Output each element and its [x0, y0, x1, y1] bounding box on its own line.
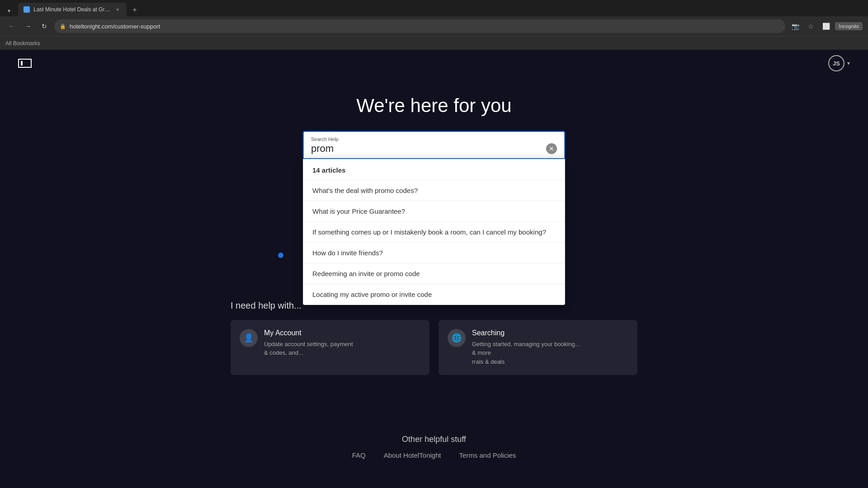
searching-card-content: Searching Getting started, managing your…: [472, 329, 580, 366]
new-tab-button[interactable]: +: [128, 4, 141, 16]
footer-links: FAQ About HotelTonight Terms and Policie…: [352, 451, 516, 461]
result-item-1[interactable]: What's the deal with promo codes?: [303, 180, 565, 201]
result-title-2: What is your Price Guarantee?: [312, 207, 405, 215]
search-results-dropdown: 14 articles What's the deal with promo c…: [303, 159, 565, 305]
camera-off-icon[interactable]: 📷: [789, 20, 802, 33]
footer-link-faq[interactable]: FAQ: [352, 451, 366, 461]
search-label: Search Help: [311, 136, 557, 142]
results-header: 14 articles: [303, 159, 565, 180]
search-input[interactable]: [311, 143, 546, 155]
hoteltonight-logo-icon: [18, 59, 32, 68]
result-title-1: What's the deal with promo codes?: [312, 187, 418, 194]
result-item-2[interactable]: What is your Price Guarantee?: [303, 201, 565, 222]
page-content: JS ▾ We're here for you Search Help ✕ 14…: [0, 50, 868, 488]
url-text: hoteltonight.com/customer-support: [70, 23, 160, 30]
bookmarks-bar: All Bookmarks: [0, 36, 868, 50]
searching-card-icon: 🌐: [448, 329, 466, 347]
searching-card-title: Searching: [472, 329, 580, 337]
browser-tab-bar: ▾ Last Minute Hotel Deals at Gre... ✕ +: [0, 0, 868, 16]
user-avatar-area[interactable]: JS ▾: [828, 55, 850, 71]
browser-nav-bar: ← → ↻ 🔒 hoteltonight.com/customer-suppor…: [0, 16, 868, 36]
reload-button[interactable]: ↻: [38, 20, 51, 33]
help-cards: 👤 My Account Update account settings, pa…: [231, 320, 637, 375]
search-box: Search Help ✕: [303, 131, 565, 159]
help-card-searching[interactable]: 🌐 Searching Getting started, managing yo…: [439, 320, 637, 375]
account-card-content: My Account Update account settings, paym…: [264, 329, 353, 366]
results-list[interactable]: What's the deal with promo codes? What i…: [303, 180, 565, 305]
account-card-icon: 👤: [240, 329, 258, 347]
incognito-badge[interactable]: Incognito: [835, 22, 863, 30]
helpful-footer: Other helpful stuff FAQ About HotelTonig…: [352, 435, 516, 461]
help-card-account[interactable]: 👤 My Account Update account settings, pa…: [231, 320, 429, 375]
helpful-footer-title: Other helpful stuff: [352, 435, 516, 444]
searching-card-desc: Getting started, managing your booking..…: [472, 340, 580, 366]
site-header: JS ▾: [0, 50, 868, 77]
browser-chrome: ▾ Last Minute Hotel Deals at Gre... ✕ + …: [0, 0, 868, 50]
back-button[interactable]: ←: [5, 20, 18, 33]
result-title-5: Redeeming an invite or promo code: [312, 270, 420, 277]
tab-close-button[interactable]: ✕: [114, 6, 121, 13]
result-item-3[interactable]: If something comes up or I mistakenly bo…: [303, 222, 565, 243]
active-browser-tab[interactable]: Last Minute Hotel Deals at Gre... ✕: [18, 3, 127, 16]
lock-icon: 🔒: [60, 23, 66, 29]
account-card-desc: Update account settings, payment& codes,…: [264, 340, 353, 357]
avatar[interactable]: JS: [828, 55, 844, 71]
tab-list-button[interactable]: ▾: [4, 5, 14, 16]
search-clear-button[interactable]: ✕: [546, 143, 557, 154]
search-container: Search Help ✕ 14 articles What's the dea…: [303, 131, 565, 305]
tab-favicon: [24, 6, 30, 13]
result-title-6: Locating my active promo or invite code: [312, 291, 432, 298]
result-title-4: How do I invite friends?: [312, 249, 383, 257]
footer-link-terms[interactable]: Terms and Policies: [459, 451, 516, 461]
site-logo: [18, 59, 32, 68]
result-item-5[interactable]: Redeeming an invite or promo code: [303, 263, 565, 284]
forward-button[interactable]: →: [22, 20, 34, 33]
page-title: We're here for you: [356, 95, 511, 117]
browser-actions: 📷 ☆ ⬜ Incognito: [789, 20, 863, 33]
chevron-down-icon: ▾: [847, 60, 850, 66]
results-count: 14 articles: [312, 166, 345, 174]
help-section: I need help with... 👤 My Account Update …: [231, 300, 637, 375]
account-card-title: My Account: [264, 329, 353, 337]
result-item-6[interactable]: Locating my active promo or invite code: [303, 284, 565, 305]
footer-link-about[interactable]: About HotelTonight: [384, 451, 441, 461]
bookmark-star-icon[interactable]: ☆: [804, 20, 817, 33]
address-bar[interactable]: 🔒 hoteltonight.com/customer-support: [54, 19, 785, 33]
bookmarks-label: All Bookmarks: [5, 40, 40, 47]
result-item-4[interactable]: How do I invite friends?: [303, 243, 565, 263]
tab-title: Last Minute Hotel Deals at Gre...: [33, 6, 110, 13]
cast-icon[interactable]: ⬜: [820, 20, 832, 33]
result-title-3: If something comes up or I mistakenly bo…: [312, 228, 546, 236]
